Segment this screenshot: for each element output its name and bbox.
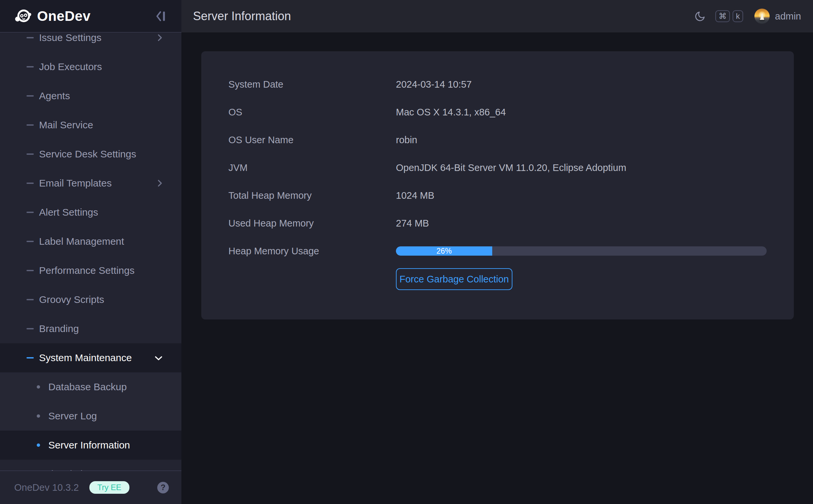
sidebar-item-server-information[interactable]: Server Information (0, 431, 181, 460)
version-label: OneDev 10.3.2 (14, 482, 79, 493)
sidebar-item-subscription-management-clipped[interactable]: Subscription Management (0, 460, 181, 471)
sidebar-item-email-templates[interactable]: Email Templates (0, 169, 181, 198)
sidebar-item-issue-settings[interactable]: Issue Settings (0, 33, 181, 52)
sidebar-item-groovy-scripts[interactable]: Groovy Scripts (0, 285, 181, 314)
user-menu[interactable]: admin (775, 11, 801, 22)
info-row-os-user-name: OS User Name robin (201, 126, 794, 154)
app-logo[interactable]: OneDev (15, 7, 91, 25)
field-label: Total Heap Memory (229, 190, 396, 201)
dash-icon (26, 124, 34, 126)
sidebar-item-system-maintenance[interactable]: System Maintenance (0, 343, 181, 372)
field-label: System Date (229, 79, 396, 90)
dash-icon (26, 328, 34, 329)
sidebar-nav: Issue Settings Job Executors Agents Mail… (0, 33, 181, 471)
dash-icon (26, 270, 34, 271)
bullet-icon (37, 414, 40, 418)
sidebar-item-job-executors[interactable]: Job Executors (0, 52, 181, 81)
dash-icon (26, 37, 34, 38)
field-value: 2024-03-14 10:57 (396, 79, 472, 90)
field-value: robin (396, 135, 417, 146)
sidebar-item-service-desk-settings[interactable]: Service Desk Settings (0, 140, 181, 169)
sidebar-item-alert-settings[interactable]: Alert Settings (0, 198, 181, 227)
chevron-down-icon (154, 356, 163, 362)
info-row-os: OS Mac OS X 14.3.1, x86_64 (201, 98, 794, 126)
field-value: 1024 MB (396, 190, 434, 201)
field-label: OS User Name (229, 135, 396, 146)
info-row-heap-memory-usage: Heap Memory Usage 26% (201, 237, 794, 265)
dark-mode-moon-icon[interactable] (694, 10, 706, 22)
info-row-jvm: JVM OpenJDK 64-Bit Server VM 11.0.20, Ec… (201, 154, 794, 182)
dash-icon (26, 212, 34, 213)
dash-icon (26, 183, 34, 184)
heap-progress-label: 26% (437, 247, 452, 256)
page-title: Server Information (193, 9, 291, 23)
chevron-right-icon (157, 33, 163, 44)
help-icon[interactable]: ? (157, 482, 169, 493)
field-label: Heap Memory Usage (229, 246, 396, 257)
dash-icon (26, 66, 34, 67)
sidebar: OneDev Issue Settings Job Executors (0, 0, 181, 504)
dash-icon (26, 153, 34, 155)
sidebar-item-server-log[interactable]: Server Log (0, 401, 181, 431)
onedev-logo-icon (15, 7, 32, 25)
sidebar-header: OneDev (0, 0, 181, 32)
sidebar-footer: OneDev 10.3.2 Try EE ? (0, 471, 181, 504)
dash-icon (26, 357, 34, 358)
gc-button-row: Force Garbage Collection (201, 268, 794, 290)
sidebar-item-label-management[interactable]: Label Management (0, 227, 181, 256)
app-name: OneDev (37, 8, 91, 24)
field-value: OpenJDK 64-Bit Server VM 11.0.20, Eclips… (396, 162, 626, 173)
bullet-icon (37, 385, 40, 389)
heap-progress-fill: 26% (396, 246, 492, 256)
sidebar-item-mail-service[interactable]: Mail Service (0, 110, 181, 140)
sidebar-item-performance-settings[interactable]: Performance Settings (0, 256, 181, 285)
try-ee-badge[interactable]: Try EE (89, 481, 129, 494)
dash-icon (26, 241, 34, 242)
dash-icon (26, 299, 34, 300)
field-value: Mac OS X 14.3.1, x86_64 (396, 107, 506, 118)
field-label: OS (229, 107, 396, 118)
main-area: Server Information ⌘ k admin System Date… (181, 0, 813, 504)
field-value: 274 MB (396, 218, 429, 229)
chevron-right-icon (157, 179, 163, 189)
topbar-actions: ⌘ k admin (694, 0, 801, 32)
info-row-used-heap-memory: Used Heap Memory 274 MB (201, 209, 794, 237)
info-row-total-heap-memory: Total Heap Memory 1024 MB (201, 182, 794, 209)
sidebar-collapse-icon[interactable] (154, 9, 167, 24)
server-info-card: System Date 2024-03-14 10:57 OS Mac OS X… (201, 51, 794, 319)
cmd-key-icon[interactable]: ⌘ (715, 10, 730, 22)
sidebar-item-branding[interactable]: Branding (0, 314, 181, 343)
field-label: JVM (229, 162, 396, 173)
bullet-icon (37, 443, 40, 447)
info-row-system-date: System Date 2024-03-14 10:57 (201, 70, 794, 98)
dash-icon (26, 95, 34, 97)
force-garbage-collection-button[interactable]: Force Garbage Collection (396, 268, 512, 290)
field-label: Used Heap Memory (229, 218, 396, 229)
sidebar-item-database-backup[interactable]: Database Backup (0, 372, 181, 401)
k-key-icon[interactable]: k (733, 10, 743, 22)
avatar[interactable] (754, 9, 770, 24)
heap-progress-bar: 26% (396, 246, 767, 256)
sidebar-item-agents[interactable]: Agents (0, 81, 181, 110)
topbar: Server Information ⌘ k admin (181, 0, 813, 32)
content-area: System Date 2024-03-14 10:57 OS Mac OS X… (181, 32, 813, 504)
